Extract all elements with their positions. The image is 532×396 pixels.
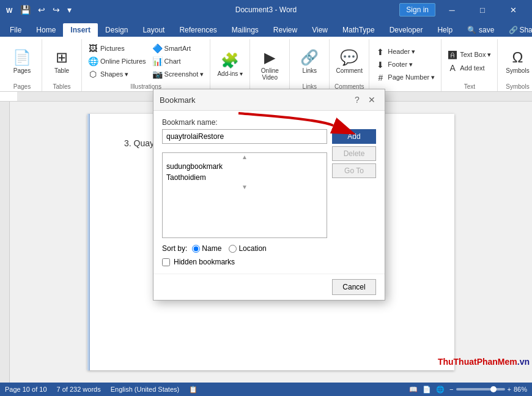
cancel-button[interactable]: Cancel xyxy=(332,279,376,295)
chart-button[interactable]: 📊 Chart xyxy=(150,55,207,67)
go-to-button[interactable]: Go To xyxy=(332,163,376,178)
links-button[interactable]: 🔗 Links xyxy=(294,41,325,81)
text-group-label: Text xyxy=(464,83,475,91)
dialog-title: Bookmark xyxy=(160,95,196,105)
zoom-bar: − + 86% xyxy=(449,386,527,393)
symbols-icon: Ω xyxy=(512,49,523,66)
page-number-button[interactable]: # Page Number ▾ xyxy=(373,72,437,84)
sort-location-label: Location xyxy=(238,244,266,253)
textbox-button[interactable]: 🅰 Text Box ▾ xyxy=(445,49,493,61)
tab-insert[interactable]: Insert xyxy=(63,23,98,37)
sort-location-radio[interactable]: Location xyxy=(229,244,266,253)
pages-group-label: Pages xyxy=(13,83,31,91)
dialog-help-button[interactable]: ? xyxy=(350,93,364,106)
watermark-text3: .vn xyxy=(517,357,530,367)
add-button[interactable]: Add xyxy=(332,129,376,144)
smartart-button[interactable]: 🔷 SmartArt xyxy=(150,42,207,54)
vertical-ruler xyxy=(0,102,10,383)
online-video-icon: ▶ xyxy=(264,49,275,66)
sort-name-radio[interactable]: Name xyxy=(192,244,221,253)
addins-button[interactable]: 🧩 Add-ins ▾ xyxy=(214,45,246,85)
maximize-button[interactable]: □ xyxy=(468,0,497,20)
pictures-button[interactable]: 🖼 Pictures xyxy=(86,42,149,54)
input-row xyxy=(162,129,327,144)
tab-developer[interactable]: Developer xyxy=(382,23,430,37)
header-button[interactable]: ⬆ Header ▾ xyxy=(373,46,437,58)
view-print-icon[interactable]: 📄 xyxy=(423,386,431,394)
shapes-button[interactable]: ⬡ Shapes ▾ xyxy=(86,68,149,80)
screenshot-button[interactable]: 📷 Screenshot ▾ xyxy=(150,68,207,80)
minimize-button[interactable]: ─ xyxy=(438,0,466,20)
close-button[interactable]: ✕ xyxy=(499,0,527,20)
language: English (United States) xyxy=(111,386,180,393)
tab-references[interactable]: References xyxy=(172,23,224,37)
ribbon-group-text: 🅰 Text Box ▾ A Add text Text xyxy=(441,39,498,91)
view-web-icon[interactable]: 🌐 xyxy=(436,386,445,394)
online-video-button[interactable]: ▶ OnlineVideo xyxy=(254,45,286,85)
zoom-out-icon[interactable]: − xyxy=(449,386,453,393)
tab-share[interactable]: 🔗 Share xyxy=(501,23,532,37)
zoom-level: 86% xyxy=(514,386,527,393)
table-button[interactable]: ⊞ Table xyxy=(46,41,78,81)
ribbon-group-links: 🔗 Links Links xyxy=(290,39,330,91)
ribbon-group-addins: 🧩 Add-ins ▾ xyxy=(210,39,250,91)
ribbon-group-pages: 📄 Pages Pages xyxy=(2,39,42,91)
hidden-bookmarks-label: Hidden bookmarks xyxy=(174,258,235,266)
view-read-icon[interactable]: 📖 xyxy=(409,386,418,394)
tab-layout[interactable]: Layout xyxy=(135,23,172,37)
symbols-button[interactable]: Ω Symbols xyxy=(501,41,532,81)
sign-in-button[interactable]: Sign in xyxy=(399,3,435,17)
ribbon-group-header-footer: ⬆ Header ▾ ⬇ Footer ▾ # Page Number ▾ xyxy=(369,39,441,91)
footer-button[interactable]: ⬇ Footer ▾ xyxy=(373,59,437,71)
zoom-slider[interactable] xyxy=(456,388,505,390)
zoom-in-icon[interactable]: + xyxy=(508,386,511,393)
dialog-close-button[interactable]: ✕ xyxy=(365,93,379,106)
tab-review[interactable]: Review xyxy=(266,23,305,37)
customize-icon[interactable]: ▾ xyxy=(65,4,73,16)
pages-icon: 📄 xyxy=(13,49,31,66)
online-pictures-button[interactable]: 🌐 Online Pictures xyxy=(86,55,149,67)
list-scroll-up[interactable]: ▲ xyxy=(163,153,327,161)
redo-icon[interactable]: ↪ xyxy=(51,4,62,16)
header-icon: ⬆ xyxy=(375,47,385,57)
comment-button[interactable]: 💬 Comment xyxy=(333,41,365,81)
delete-button[interactable]: Delete xyxy=(332,146,376,161)
title-bar-right: Sign in ─ □ ✕ xyxy=(399,0,527,20)
hidden-bookmarks-checkbox[interactable] xyxy=(162,258,170,266)
title-bar-left: W 💾 ↩ ↪ ▾ xyxy=(5,4,73,16)
addtext-button[interactable]: A Add text xyxy=(445,62,493,74)
ribbon-group-symbols: Ω Symbols Symbols xyxy=(498,39,532,91)
list-scroll-down[interactable]: ▼ xyxy=(163,183,327,191)
symbols-group-label: Symbols xyxy=(506,83,529,91)
header-footer-buttons: ⬆ Header ▾ ⬇ Footer ▾ # Page Number ▾ xyxy=(373,39,437,90)
sort-location-input[interactable] xyxy=(229,245,237,253)
tab-file[interactable]: File xyxy=(2,23,29,37)
sort-label: Sort by: xyxy=(162,244,187,253)
save-icon[interactable]: 💾 xyxy=(18,4,32,16)
tab-design[interactable]: Design xyxy=(98,23,135,37)
tab-home[interactable]: Home xyxy=(29,23,63,37)
ribbon-group-comments: 💬 Comment Comments xyxy=(330,39,369,91)
pages-button[interactable]: 📄 Pages xyxy=(6,41,38,81)
share-icon: 🔗 xyxy=(509,26,518,34)
page-number-icon: # xyxy=(375,73,385,83)
zoom-thumb xyxy=(490,386,497,392)
ribbon-group-media: ▶ OnlineVideo xyxy=(250,39,290,91)
undo-icon[interactable]: ↩ xyxy=(36,4,47,16)
ribbon-content: 📄 Pages Pages ⊞ Table Tables 🖼 Pictures … xyxy=(0,37,532,92)
bookmark-name-input[interactable] xyxy=(162,129,327,144)
tab-mathtype[interactable]: MathType xyxy=(335,23,382,37)
list-item-sudung[interactable]: sudungbookmark xyxy=(163,161,327,172)
page-info: Page 10 of 10 xyxy=(5,386,47,393)
sort-name-input[interactable] xyxy=(192,245,200,253)
tab-mailings[interactable]: Mailings xyxy=(224,23,266,37)
tab-view[interactable]: View xyxy=(305,23,335,37)
bookmark-list[interactable]: ▲ sudungbookmark Taothoidiem ▼ xyxy=(162,152,327,238)
media-buttons: ▶ OnlineVideo xyxy=(254,39,286,90)
dialog-action-buttons: Add Delete Go To xyxy=(332,129,376,238)
word-count: 7 of 232 words xyxy=(57,386,101,393)
footer-icon: ⬇ xyxy=(375,60,385,70)
tab-search[interactable]: 🔍 save xyxy=(460,23,501,37)
tab-help[interactable]: Help xyxy=(430,23,460,37)
list-item-tao[interactable]: Taothoidiem xyxy=(163,172,327,183)
